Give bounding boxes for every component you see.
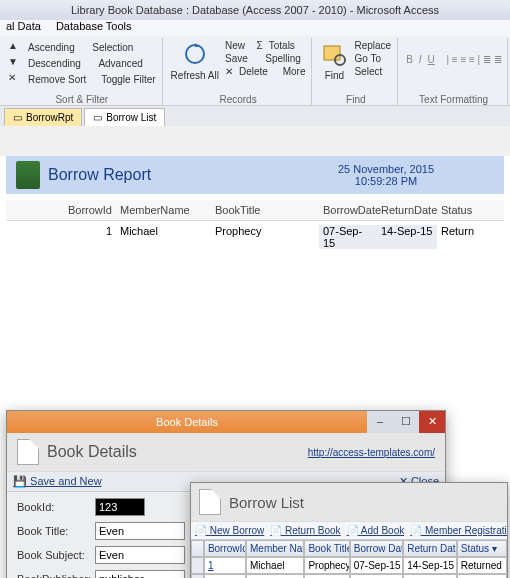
find-btn[interactable]: Find [320, 70, 348, 81]
close-button[interactable]: ✕ [419, 411, 445, 433]
maximize-button[interactable]: ☐ [393, 411, 419, 433]
sort-asc-icon: ▲ [8, 40, 22, 54]
remove-sort[interactable]: Remove Sort [28, 74, 86, 85]
col-returndate: ReturnDate [377, 204, 437, 216]
goto-btn[interactable]: Go To [354, 53, 391, 64]
menu-data[interactable]: al Data [6, 20, 41, 32]
ribbon-group-records: Refresh All New Σ Totals Save Spelling ✕… [165, 38, 313, 105]
borrow-title: Borrow List [229, 494, 304, 511]
find-icon[interactable] [320, 40, 348, 68]
cell-borrowdate: 07-Sep-15 [319, 225, 377, 249]
tab-borrow-rpt[interactable]: ▭BorrowRpt [4, 108, 82, 126]
ribbon-group-find: Find Replace Go To Select Find [314, 38, 398, 105]
document-icon [17, 439, 39, 465]
col-membername: MemberName [116, 204, 211, 216]
svg-point-0 [186, 45, 204, 63]
cell-member: Michael [116, 225, 211, 249]
sort-asc[interactable]: Ascending [28, 42, 75, 53]
report-columns: BorrowId MemberName BookTitle BorrowDate… [6, 200, 504, 221]
col-borrowdate: BorrowDate [319, 204, 377, 216]
ribbon-group-sort: ▲Ascending Selection ▼Descending Advance… [2, 38, 163, 105]
tab-borrow-list[interactable]: ▭Borrow List [84, 108, 165, 126]
details-title: Book Details [47, 443, 308, 461]
col-booktitle: BookTitle [211, 204, 319, 216]
publisher-label: BookPublisher: [17, 573, 95, 578]
replace-btn[interactable]: Replace [354, 40, 391, 51]
gcol-borrowid[interactable]: BorrowId ▾ [204, 540, 246, 557]
dialog-title-text: Book Details [7, 416, 367, 428]
refresh-icon[interactable] [181, 40, 209, 68]
document-tabs: ▭BorrowRpt ▭Borrow List [0, 106, 510, 126]
col-borrowid: BorrowId [6, 204, 116, 216]
window-title: Library Book Database : Database (Access… [0, 0, 510, 20]
dialog-borrow-list: Borrow List 📄 New Borrow 📄 Return Book 📄… [190, 482, 508, 578]
details-header: Book Details http://access-templates.com… [7, 433, 445, 471]
group-label-find: Find [314, 94, 397, 105]
grid-row[interactable]: 2 Michael iRobot 22-Nov-15 25-Nov-15 Ret… [191, 574, 507, 578]
save-record[interactable]: Save [225, 53, 248, 64]
group-label-sort: Sort & Filter [2, 94, 162, 105]
spelling[interactable]: Spelling [265, 53, 301, 64]
new-record[interactable]: New [225, 40, 245, 51]
template-link[interactable]: http://access-templates.com/ [308, 447, 435, 458]
gcol-title[interactable]: Book Title ▾ [304, 540, 349, 557]
group-label-records: Records [165, 94, 312, 105]
selection-btn[interactable]: Selection [92, 42, 133, 53]
toggle-filter[interactable]: Toggle Filter [101, 74, 155, 85]
booktitle-field[interactable] [95, 522, 185, 540]
form-icon: ▭ [93, 112, 102, 123]
cell-returndate: 14-Sep-15 [377, 225, 437, 249]
publisher-field[interactable] [95, 570, 185, 578]
return-book-button[interactable]: 📄 Return Book [270, 525, 340, 536]
gcol-status[interactable]: Status ▾ [457, 540, 507, 557]
ribbon-group-text: B I U | ≡ ≡ ≡ | ≣ ≣ Text Formatting [400, 38, 508, 105]
cell-title: Prophecy [211, 225, 319, 249]
svg-rect-1 [324, 46, 340, 60]
more-records[interactable]: More [283, 66, 306, 77]
grid-header: BorrowId ▾ Member Name ▾ Book Title ▾ Bo… [191, 540, 507, 557]
gcol-member[interactable]: Member Name ▾ [246, 540, 304, 557]
report-datetime: 25 November, 2015 10:59:28 PM [338, 163, 434, 187]
add-book-button[interactable]: 📄 Add Book [347, 525, 405, 536]
borrow-toolbar: 📄 New Borrow 📄 Return Book 📄 Add Book 📄 … [191, 521, 507, 540]
bookid-label: BookId: [17, 501, 95, 513]
minimize-button[interactable]: – [367, 411, 393, 433]
borrow-grid[interactable]: BorrowId ▾ Member Name ▾ Book Title ▾ Bo… [191, 540, 507, 578]
gcol-borrowdate[interactable]: Borrow Date ▾ [350, 540, 404, 557]
group-label-text: Text Formatting [400, 94, 507, 105]
cell-borrowid: 1 [6, 225, 116, 249]
save-and-new-button[interactable]: Save and New [30, 475, 102, 487]
member-reg-button[interactable]: 📄 Member Registration [410, 525, 507, 536]
report-header: Borrow Report 25 November, 2015 10:59:28… [6, 156, 504, 194]
select-btn[interactable]: Select [354, 66, 391, 77]
borrow-header: Borrow List [191, 483, 507, 521]
document-area: Borrow Report 25 November, 2015 10:59:28… [0, 156, 510, 578]
refresh-all[interactable]: Refresh All [171, 70, 219, 81]
new-borrow-button[interactable]: 📄 New Borrow [195, 525, 264, 536]
sort-desc-icon: ▼ [8, 56, 22, 70]
booktitle-label: Book Title: [17, 525, 95, 537]
totals[interactable]: Totals [269, 40, 295, 51]
subject-label: Book Subject: [17, 549, 95, 561]
document-icon [199, 489, 221, 515]
dialog-titlebar[interactable]: Book Details – ☐ ✕ [7, 411, 445, 433]
book-icon [16, 161, 40, 189]
col-status: Status [437, 204, 477, 216]
report-row: 1 Michael Prophecy 07-Sep-15 14-Sep-15 R… [6, 221, 504, 253]
grid-row[interactable]: 1 Michael Prophecy 07-Sep-15 14-Sep-15 R… [191, 557, 507, 574]
advanced-btn[interactable]: Advanced [98, 58, 142, 69]
remove-sort-icon: ✕ [8, 72, 22, 86]
report-icon: ▭ [13, 112, 22, 123]
delete-record[interactable]: Delete [239, 66, 268, 77]
subject-field[interactable] [95, 546, 185, 564]
gcol-returndate[interactable]: Return Date ▾ [403, 540, 457, 557]
bookid-field[interactable] [95, 498, 145, 516]
menu-tools[interactable]: Database Tools [56, 20, 132, 32]
cell-status: Return [437, 225, 477, 249]
ribbon: ▲Ascending Selection ▼Descending Advance… [0, 36, 510, 106]
sort-desc[interactable]: Descending [28, 58, 81, 69]
report-title: Borrow Report [48, 166, 338, 184]
menu-bar: al Data Database Tools [0, 20, 510, 36]
